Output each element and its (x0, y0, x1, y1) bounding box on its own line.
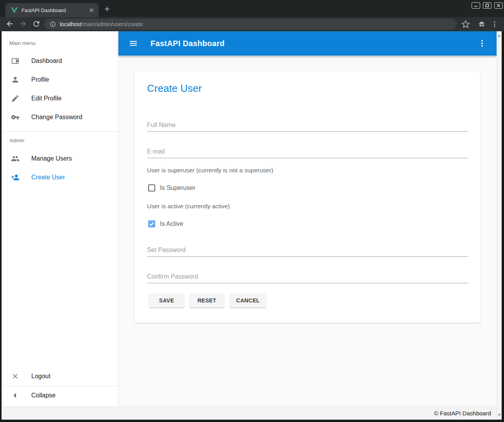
save-button[interactable]: SAVE (149, 293, 184, 308)
footer-copyright: © FastAPI Dashboard (434, 410, 491, 417)
tab-title: FastAPI Dashboard (22, 7, 88, 13)
window-maximize-icon[interactable] (483, 2, 491, 9)
sidebar-item-logout[interactable]: Logout (2, 367, 118, 386)
person-add-icon (11, 173, 20, 182)
sidebar-section-main-menu: Main menu (2, 31, 118, 52)
page-scrollbar[interactable] (497, 31, 502, 420)
sidebar: Main menu Dashboard Profile Edit Profile… (2, 31, 118, 406)
sidebar-item-label: Change Password (31, 114, 83, 121)
is-active-checkbox[interactable] (148, 220, 155, 227)
url-path: /main/admin/users/create (81, 21, 143, 27)
create-user-card: Create User User is superuser (currently… (135, 72, 481, 323)
full-name-input[interactable] (147, 122, 468, 132)
browser-tab[interactable]: FastAPI Dashboard (5, 3, 99, 17)
dashboard-icon (11, 57, 20, 65)
browser-titlebar: FastAPI Dashboard (0, 0, 504, 17)
email-input[interactable] (147, 148, 468, 158)
sidebar-item-label: Collapse (31, 392, 56, 399)
page-viewport: FastAPI Dashboard Main menu Dashboard Pr… (2, 31, 502, 420)
sidebar-item-create-user[interactable]: Create User (2, 168, 118, 187)
full-name-field-wrap (147, 122, 468, 132)
sidebar-item-collapse[interactable]: Collapse (2, 386, 118, 405)
sidebar-item-edit-profile[interactable]: Edit Profile (2, 89, 118, 108)
vue-logo-icon (11, 7, 18, 13)
active-hint: User is active (currently active) (147, 203, 230, 210)
bookmark-star-icon[interactable] (461, 20, 470, 29)
new-tab-icon[interactable] (103, 5, 111, 13)
sidebar-item-label: Manage Users (31, 155, 72, 162)
key-icon (11, 113, 20, 122)
browser-toolbar: localhost/main/admin/users/create (0, 17, 504, 31)
set-password-input[interactable] (147, 247, 468, 257)
tab-close-icon[interactable] (88, 7, 95, 13)
person-icon (11, 75, 20, 84)
chevron-left-icon (11, 391, 20, 400)
address-bar[interactable]: localhost/main/admin/users/create (44, 19, 457, 30)
window-close-icon[interactable] (494, 2, 503, 9)
sidebar-item-label: Logout (31, 373, 50, 380)
incognito-icon (477, 20, 486, 29)
superuser-hint: User is superuser (currently is not a su… (147, 167, 273, 174)
sidebar-item-label: Dashboard (31, 57, 62, 64)
confirm-password-field-wrap (147, 273, 468, 283)
sidebar-item-label: Edit Profile (31, 95, 61, 102)
is-superuser-checkbox-row[interactable]: Is Superuser (148, 184, 196, 191)
window-controls (472, 2, 503, 9)
appbar-title: FastAPI Dashboard (151, 39, 225, 48)
checkbox-label: Is Superuser (160, 184, 196, 191)
footer: © FastAPI Dashboard (2, 406, 497, 420)
cancel-button[interactable]: CANCEL (230, 293, 266, 308)
appbar-kebab-icon[interactable] (477, 39, 487, 48)
site-info-icon[interactable] (50, 21, 56, 27)
sidebar-item-manage-users[interactable]: Manage Users (2, 149, 118, 168)
sidebar-item-change-password[interactable]: Change Password (2, 108, 118, 127)
is-active-checkbox-row[interactable]: Is Active (148, 220, 183, 227)
sidebar-item-label: Profile (31, 76, 49, 83)
form-buttons: SAVE RESET CANCEL (149, 293, 266, 308)
window-minimize-icon[interactable] (472, 2, 480, 9)
set-password-field-wrap (147, 247, 468, 257)
reload-icon[interactable] (32, 20, 41, 29)
close-icon (11, 372, 20, 381)
url-text: localhost/main/admin/users/create (60, 21, 143, 27)
checkbox-label: Is Active (160, 220, 183, 227)
scroll-down-icon[interactable] (498, 414, 501, 416)
sidebar-section-admin: Admin (2, 132, 118, 149)
sidebar-bottom: Logout Collapse (2, 367, 118, 405)
url-host: localhost (60, 21, 81, 27)
pencil-icon (11, 94, 20, 103)
menu-hamburger-icon[interactable] (129, 39, 138, 48)
browser-menu-icon[interactable] (490, 20, 499, 29)
people-icon (11, 154, 20, 163)
appbar: FastAPI Dashboard (118, 31, 497, 55)
is-superuser-checkbox[interactable] (148, 184, 155, 191)
sidebar-item-label: Create User (31, 174, 65, 181)
forward-icon[interactable] (19, 20, 28, 29)
reset-button[interactable]: RESET (190, 293, 224, 308)
sidebar-item-dashboard[interactable]: Dashboard (2, 52, 118, 70)
page-title: Create User (147, 82, 202, 95)
sidebar-item-profile[interactable]: Profile (2, 70, 118, 89)
confirm-password-input[interactable] (147, 273, 468, 283)
scroll-up-icon[interactable] (498, 34, 501, 37)
back-icon[interactable] (5, 20, 15, 29)
email-field-wrap (147, 148, 468, 158)
